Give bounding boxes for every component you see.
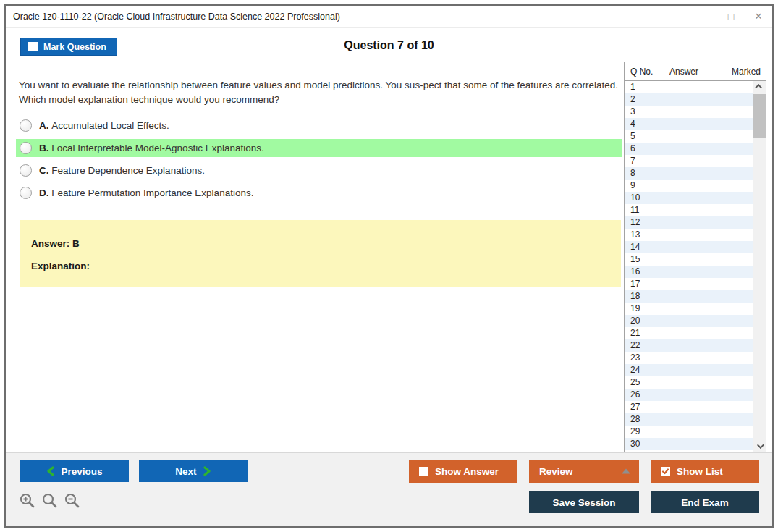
row-qno: 12 [630,217,640,227]
show-answer-button[interactable]: Show Answer [409,460,517,483]
explanation-label: Explanation: [31,261,609,271]
question-list-row[interactable]: 17 [625,278,753,290]
show-list-label: Show List [677,466,723,477]
row-qno: 28 [630,414,640,424]
question-list-scrollbar[interactable] [753,81,766,452]
row-qno: 5 [630,131,635,141]
question-list-row[interactable]: 3 [625,106,753,118]
question-list-row[interactable]: 12 [625,216,753,229]
radio-button-icon[interactable] [20,119,32,132]
option-letter: C. [39,165,51,176]
question-list-row[interactable]: 13 [625,229,753,241]
question-list-row[interactable]: 5 [625,130,753,143]
question-list-row[interactable]: 15 [625,253,753,266]
question-list-row[interactable]: 24 [625,364,753,376]
radio-button-icon[interactable] [20,164,32,177]
show-list-checkbox-icon [661,467,670,476]
question-list-row[interactable]: 29 [625,426,753,438]
question-list-row[interactable]: 10 [625,192,753,204]
question-list-row[interactable]: 16 [625,266,753,278]
minimize-button[interactable]: — [690,6,717,27]
next-button[interactable]: Next [139,460,248,482]
column-header-qno: Q No. [625,67,669,77]
question-list-row[interactable]: 27 [625,401,753,413]
review-dropdown-button[interactable]: Review [529,460,639,483]
question-list-row[interactable]: 21 [625,327,753,339]
question-list-row[interactable]: 14 [625,241,753,253]
question-list-row[interactable]: 4 [625,118,753,130]
option-text: Accumulated Local Effects. [51,120,169,131]
question-list-row[interactable]: 20 [625,315,753,327]
row-qno: 14 [630,242,640,252]
question-list-body: 1 2 3 4 5 6 7 8 9 10 11 12 13 14 15 [625,81,753,452]
row-qno: 25 [630,377,640,387]
question-list-row[interactable]: 8 [625,167,753,180]
save-session-button[interactable]: Save Session [529,491,639,513]
question-list-row[interactable]: 22 [625,339,753,352]
zoom-out-icon[interactable] [64,492,81,510]
option-row[interactable]: C. Feature Dependence Explanations. [16,161,622,180]
row-qno: 15 [630,254,640,264]
option-row[interactable]: D. Feature Permutation Importance Explan… [16,184,622,202]
next-label: Next [175,466,196,477]
options-container: A. Accumulated Local Effects. B. Local I… [16,117,622,202]
row-qno: 6 [630,143,635,153]
scroll-up-icon[interactable] [753,81,766,92]
zoom-in-icon[interactable] [19,492,36,510]
show-answer-checkbox-icon [419,467,428,476]
question-list-row[interactable]: 28 [625,413,753,426]
question-list-row[interactable]: 2 [625,93,753,106]
option-text: Feature Permutation Importance Explanati… [51,187,253,198]
row-qno: 30 [630,439,640,449]
row-qno: 7 [630,156,635,166]
review-label: Review [539,466,573,477]
zoom-reset-icon[interactable] [41,492,59,510]
option-row[interactable]: A. Accumulated Local Effects. [16,117,622,135]
question-counter: Question 7 of 10 [6,39,772,52]
question-list-row[interactable]: 7 [625,155,753,167]
row-qno: 17 [630,279,640,289]
row-qno: 20 [630,316,640,326]
row-qno: 11 [630,205,639,215]
option-row[interactable]: B. Local Interpretable Model-Agnostic Ex… [16,139,622,157]
maximize-button[interactable]: □ [717,6,745,27]
scrollbar-thumb[interactable] [753,94,766,138]
close-button[interactable]: ✕ [745,6,772,27]
show-list-button[interactable]: Show List [651,460,759,483]
show-answer-label: Show Answer [435,466,499,477]
radio-button-icon[interactable] [20,142,32,154]
question-text: You want to evaluate the relationship be… [19,78,622,106]
column-header-answer: Answer [669,67,722,77]
question-list-row[interactable]: 26 [625,389,753,401]
header-strip: Mark Question Question 7 of 10 [6,28,772,62]
window-controls: — □ ✕ [690,6,772,27]
question-list-row[interactable]: 6 [625,143,753,155]
previous-button[interactable]: Previous [20,460,129,482]
question-list-row[interactable]: 25 [625,376,753,389]
row-qno: 29 [630,426,640,436]
row-qno: 23 [630,352,640,363]
end-exam-button[interactable]: End Exam [651,491,759,513]
row-qno: 26 [630,389,640,400]
column-header-marked: Marked [722,67,766,77]
question-list-row[interactable]: 23 [625,352,753,364]
question-list-header: Q No. Answer Marked [625,62,766,81]
question-list-row[interactable]: 18 [625,290,753,303]
radio-button-icon[interactable] [20,187,32,199]
row-qno: 10 [630,193,640,203]
title-bar: Oracle 1z0-1110-22 (Oracle Cloud Infrast… [6,6,772,28]
question-list-row[interactable]: 19 [625,303,753,315]
row-qno: 27 [630,402,640,412]
question-list-row[interactable]: 1 [625,81,753,93]
question-list-row[interactable]: 9 [625,180,753,192]
question-list-row[interactable]: 30 [625,438,753,450]
end-exam-label: End Exam [681,497,728,508]
row-qno: 21 [630,328,640,338]
chevron-left-icon [46,466,54,476]
row-qno: 1 [630,82,635,92]
option-letter: A. [39,120,51,131]
scroll-down-icon[interactable] [753,441,766,452]
option-letter: B. [39,143,51,153]
window-title: Oracle 1z0-1110-22 (Oracle Cloud Infrast… [13,12,340,22]
question-list-row[interactable]: 11 [625,204,753,216]
